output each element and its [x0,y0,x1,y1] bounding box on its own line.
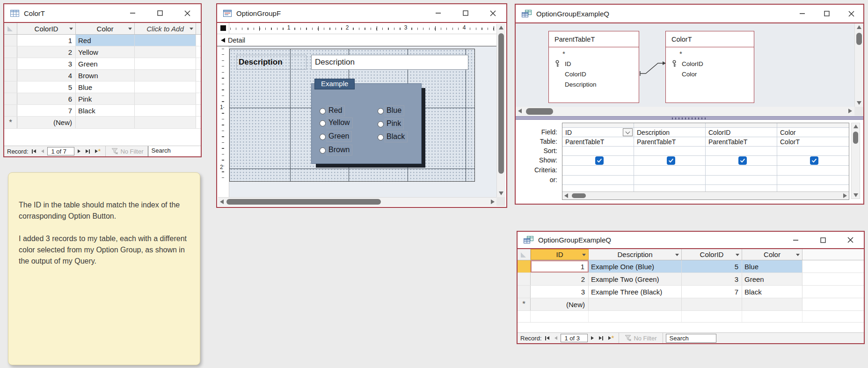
cell-color[interactable]: Black [76,105,135,116]
scroll-up-icon[interactable] [857,25,861,29]
scrollbar-thumb[interactable] [853,132,858,144]
column-header-description[interactable]: Description [589,249,682,260]
cell-color[interactable]: Blue [742,260,802,272]
cell-clicktoadd[interactable] [135,93,196,104]
vertical-scrollbar[interactable] [496,24,505,197]
pane-splitter[interactable] [516,116,863,120]
field-cell[interactable]: Color [777,128,848,137]
scrollbar-thumb[interactable] [498,33,504,174]
sort-cell[interactable] [562,147,634,155]
criteria-cell[interactable] [562,166,634,175]
cell-clicktoadd[interactable] [135,117,196,128]
radio-button-icon[interactable] [320,120,326,126]
radio-button-icon[interactable] [378,121,384,127]
cell-color[interactable]: Pink [76,93,135,104]
column-header-colorid[interactable]: ColorID [17,23,76,34]
scroll-left-icon[interactable] [518,109,522,113]
column-header-color[interactable]: Color [742,249,802,260]
table-cell[interactable]: ParentTableT [706,137,777,146]
cell-colorid[interactable]: 2 [17,46,76,58]
cell-colorid[interactable]: 6 [17,93,76,104]
minimize-button[interactable] [790,5,815,22]
criteria-cell[interactable] [634,166,706,175]
next-record-button[interactable] [589,333,596,343]
maximize-button[interactable] [452,4,479,22]
cell-colorid[interactable]: 3 [682,273,742,285]
or-cell[interactable] [562,176,634,184]
maximize-button[interactable] [815,5,839,22]
radio-button-icon[interactable] [378,134,384,140]
option-label[interactable]: Brown [327,145,352,155]
form-titlebar[interactable]: OptionGroupF [217,4,506,22]
option-label[interactable]: Yellow [327,118,353,128]
cell-color[interactable]: Yellow [76,46,135,58]
scroll-up-icon[interactable] [499,26,503,29]
table-box-parenttablet[interactable]: ParentTableT * ID ColorID Description [548,31,639,103]
scrollbar-thumb[interactable] [226,199,381,205]
table-box-colort[interactable]: ColorT * ColorID Color [665,31,754,103]
cell-colorid[interactable]: 4 [17,70,76,81]
cell-colorid[interactable]: 5 [682,260,742,272]
or-cell[interactable] [706,176,777,184]
cell-colorid[interactable]: 3 [17,58,76,69]
cell-clicktoadd[interactable] [135,105,196,116]
colort-titlebar[interactable]: ColorT [4,4,201,22]
minimize-button[interactable] [782,232,810,248]
scroll-left-icon[interactable] [220,199,224,204]
design-grid[interactable]: Description Description Example Red Yell… [229,49,475,182]
cell-clicktoadd[interactable] [135,46,196,58]
form-selector[interactable] [217,23,229,34]
close-button[interactable] [837,232,864,248]
scroll-down-icon[interactable] [857,101,861,105]
cell-color[interactable]: Black [742,286,802,298]
scrollbar-thumb[interactable] [572,193,586,198]
radio-button-icon[interactable] [378,108,384,114]
option-label[interactable]: Blue [385,105,404,116]
minimize-button[interactable] [425,4,452,22]
scroll-down-icon[interactable] [853,193,858,197]
column-header-clicktoadd[interactable]: Click to Add [135,23,196,34]
row-selector[interactable] [4,46,17,58]
sort-cell[interactable] [777,147,848,155]
scroll-right-icon[interactable] [848,109,852,113]
column-header-color[interactable]: Color [76,23,135,34]
cell-color[interactable]: Blue [76,81,135,93]
cell-colorid[interactable]: 5 [17,81,76,93]
radio-button-icon[interactable] [320,134,326,140]
row-selector[interactable] [518,273,531,285]
query-titlebar[interactable]: OptionGroupExampleQ [516,5,863,22]
cell-description[interactable]: Example Two (Green) [589,273,682,285]
diagram-vertical-scrollbar[interactable] [854,23,863,107]
new-record-button[interactable]: * [93,146,103,156]
cell-id[interactable]: (New) [531,298,589,310]
previous-record-button[interactable] [553,333,559,343]
or-cell[interactable] [777,176,848,184]
chevron-down-icon[interactable] [796,254,800,256]
field-cell[interactable]: ColorID [706,128,777,137]
vertical-ruler[interactable]: 1 2 [217,46,229,198]
cell-color[interactable]: Green [76,58,135,69]
new-record-button[interactable]: * [606,333,616,343]
table-cell[interactable]: ParentTableT [634,137,706,146]
option-group-control[interactable]: Example Red Yellow Green Brown Blue Pink… [311,83,422,164]
radio-button-icon[interactable] [320,108,326,114]
row-selector[interactable] [4,58,17,69]
option-group-caption[interactable]: Example [314,79,355,89]
maximize-button[interactable] [146,4,174,22]
record-position[interactable]: 1 of 7 [47,147,74,155]
chevron-down-icon[interactable] [128,28,132,30]
table-box-title[interactable]: ParentTableT [549,31,639,47]
row-selector[interactable]: * [518,298,531,310]
horizontal-ruler[interactable]: 1 2 3 4 [229,23,497,34]
chevron-down-icon[interactable] [675,254,679,256]
cell-color[interactable]: Brown [76,70,135,81]
no-filter-button[interactable]: No Filter [622,335,659,342]
diagram-horizontal-scrollbar[interactable] [516,107,863,116]
chevron-down-icon[interactable] [69,28,73,30]
cell-clicktoadd[interactable] [135,81,196,93]
grid-vertical-scrollbar[interactable] [851,123,860,199]
horizontal-scrollbar[interactable] [218,197,496,206]
close-button[interactable] [479,4,506,22]
field-item-colorid[interactable]: ColorID [549,69,639,79]
previous-record-button[interactable] [39,146,46,156]
